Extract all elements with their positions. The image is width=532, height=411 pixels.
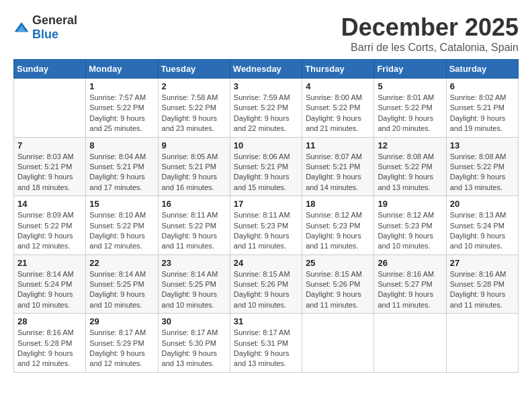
calendar-cell [374,314,446,373]
calendar-cell: 21Sunrise: 8:14 AM Sunset: 5:24 PM Dayli… [14,255,86,314]
day-info: Sunrise: 8:06 AM Sunset: 5:21 PM Dayligh… [234,152,298,193]
header-saturday: Saturday [446,60,518,79]
calendar-cell: 28Sunrise: 8:16 AM Sunset: 5:28 PM Dayli… [14,314,86,373]
week-row-3: 14Sunrise: 8:09 AM Sunset: 5:22 PM Dayli… [14,196,519,255]
day-number: 19 [378,199,442,209]
calendar-cell [446,314,518,373]
calendar-table: SundayMondayTuesdayWednesdayThursdayFrid… [13,59,519,373]
calendar-cell: 13Sunrise: 8:08 AM Sunset: 5:22 PM Dayli… [446,137,518,196]
calendar-cell: 14Sunrise: 8:09 AM Sunset: 5:22 PM Dayli… [14,196,86,255]
day-info: Sunrise: 8:17 AM Sunset: 5:29 PM Dayligh… [89,328,154,369]
calendar-cell: 22Sunrise: 8:14 AM Sunset: 5:25 PM Dayli… [86,255,158,314]
header-tuesday: Tuesday [158,60,230,79]
page-header: General Blue December 2025 Barri de les … [13,13,519,54]
calendar-cell: 15Sunrise: 8:10 AM Sunset: 5:22 PM Dayli… [86,196,158,255]
day-number: 12 [378,140,442,150]
week-row-1: 1Sunrise: 7:57 AM Sunset: 5:22 PM Daylig… [14,79,519,138]
day-info: Sunrise: 8:03 AM Sunset: 5:21 PM Dayligh… [17,152,82,193]
calendar-cell: 18Sunrise: 8:12 AM Sunset: 5:23 PM Dayli… [302,196,374,255]
calendar-cell: 20Sunrise: 8:13 AM Sunset: 5:24 PM Dayli… [446,196,518,255]
calendar-cell: 12Sunrise: 8:08 AM Sunset: 5:22 PM Dayli… [374,137,446,196]
logo-blue: Blue [32,28,58,41]
day-number: 9 [162,140,226,150]
calendar-cell [302,314,374,373]
calendar-cell: 4Sunrise: 8:00 AM Sunset: 5:22 PM Daylig… [302,79,374,138]
day-number: 1 [89,81,154,91]
day-number: 31 [234,316,298,326]
day-info: Sunrise: 8:12 AM Sunset: 5:23 PM Dayligh… [378,210,442,252]
calendar-cell: 25Sunrise: 8:15 AM Sunset: 5:26 PM Dayli… [302,255,374,314]
day-number: 3 [234,81,298,91]
day-number: 4 [306,81,370,91]
day-info: Sunrise: 8:17 AM Sunset: 5:31 PM Dayligh… [234,328,298,369]
day-info: Sunrise: 8:16 AM Sunset: 5:28 PM Dayligh… [450,269,515,311]
day-info: Sunrise: 8:11 AM Sunset: 5:23 PM Dayligh… [234,210,298,252]
day-number: 25 [306,258,370,268]
day-info: Sunrise: 8:15 AM Sunset: 5:26 PM Dayligh… [234,269,298,311]
day-number: 15 [89,199,154,209]
calendar-cell: 17Sunrise: 8:11 AM Sunset: 5:23 PM Dayli… [230,196,302,255]
day-info: Sunrise: 8:10 AM Sunset: 5:22 PM Dayligh… [89,210,154,252]
header-thursday: Thursday [302,60,374,79]
day-info: Sunrise: 8:09 AM Sunset: 5:22 PM Dayligh… [17,210,82,252]
header-sunday: Sunday [14,60,86,79]
calendar-cell: 26Sunrise: 8:16 AM Sunset: 5:27 PM Dayli… [374,255,446,314]
logo-general: General [32,13,77,27]
header-row: SundayMondayTuesdayWednesdayThursdayFrid… [14,60,519,79]
week-row-5: 28Sunrise: 8:16 AM Sunset: 5:28 PM Dayli… [14,314,519,373]
calendar-cell: 11Sunrise: 8:07 AM Sunset: 5:21 PM Dayli… [302,137,374,196]
day-info: Sunrise: 8:07 AM Sunset: 5:21 PM Dayligh… [306,152,370,193]
day-info: Sunrise: 8:14 AM Sunset: 5:24 PM Dayligh… [17,269,82,311]
logo: General Blue [13,13,77,42]
calendar-cell: 2Sunrise: 7:58 AM Sunset: 5:22 PM Daylig… [158,79,230,138]
logo-text: General Blue [32,13,77,42]
calendar-cell: 6Sunrise: 8:02 AM Sunset: 5:21 PM Daylig… [446,79,518,138]
day-info: Sunrise: 8:13 AM Sunset: 5:24 PM Dayligh… [450,210,515,252]
day-info: Sunrise: 8:02 AM Sunset: 5:21 PM Dayligh… [450,93,515,134]
day-info: Sunrise: 8:04 AM Sunset: 5:21 PM Dayligh… [89,152,154,193]
day-number: 26 [378,258,442,268]
calendar-cell: 27Sunrise: 8:16 AM Sunset: 5:28 PM Dayli… [446,255,518,314]
calendar-cell: 10Sunrise: 8:06 AM Sunset: 5:21 PM Dayli… [230,137,302,196]
calendar-cell: 29Sunrise: 8:17 AM Sunset: 5:29 PM Dayli… [86,314,158,373]
calendar-cell: 1Sunrise: 7:57 AM Sunset: 5:22 PM Daylig… [86,79,158,138]
day-number: 10 [234,140,298,150]
month-title: December 2025 [341,13,519,42]
day-info: Sunrise: 7:59 AM Sunset: 5:22 PM Dayligh… [234,93,298,134]
day-number: 6 [450,81,515,91]
day-number: 18 [306,199,370,209]
calendar-cell: 8Sunrise: 8:04 AM Sunset: 5:21 PM Daylig… [86,137,158,196]
calendar-cell: 3Sunrise: 7:59 AM Sunset: 5:22 PM Daylig… [230,79,302,138]
day-info: Sunrise: 8:14 AM Sunset: 5:25 PM Dayligh… [162,269,226,311]
day-number: 21 [17,258,82,268]
calendar-cell: 5Sunrise: 8:01 AM Sunset: 5:22 PM Daylig… [374,79,446,138]
day-number: 27 [450,258,515,268]
calendar-cell: 23Sunrise: 8:14 AM Sunset: 5:25 PM Dayli… [158,255,230,314]
day-number: 28 [17,316,82,326]
day-info: Sunrise: 8:05 AM Sunset: 5:21 PM Dayligh… [162,152,226,193]
day-info: Sunrise: 8:01 AM Sunset: 5:22 PM Dayligh… [378,93,442,134]
day-number: 8 [89,140,154,150]
day-info: Sunrise: 8:08 AM Sunset: 5:22 PM Dayligh… [378,152,442,193]
day-number: 30 [162,316,226,326]
day-number: 23 [162,258,226,268]
week-row-4: 21Sunrise: 8:14 AM Sunset: 5:24 PM Dayli… [14,255,519,314]
calendar-cell: 30Sunrise: 8:17 AM Sunset: 5:30 PM Dayli… [158,314,230,373]
logo-icon [13,21,30,34]
day-number: 16 [162,199,226,209]
day-info: Sunrise: 8:16 AM Sunset: 5:27 PM Dayligh… [378,269,442,311]
day-number: 11 [306,140,370,150]
calendar-cell: 19Sunrise: 8:12 AM Sunset: 5:23 PM Dayli… [374,196,446,255]
calendar-cell: 7Sunrise: 8:03 AM Sunset: 5:21 PM Daylig… [14,137,86,196]
day-info: Sunrise: 8:12 AM Sunset: 5:23 PM Dayligh… [306,210,370,252]
day-info: Sunrise: 7:57 AM Sunset: 5:22 PM Dayligh… [89,93,154,134]
calendar-cell: 24Sunrise: 8:15 AM Sunset: 5:26 PM Dayli… [230,255,302,314]
day-info: Sunrise: 8:11 AM Sunset: 5:22 PM Dayligh… [162,210,226,252]
day-info: Sunrise: 8:08 AM Sunset: 5:22 PM Dayligh… [450,152,515,193]
day-number: 7 [17,140,82,150]
header-wednesday: Wednesday [230,60,302,79]
day-info: Sunrise: 8:17 AM Sunset: 5:30 PM Dayligh… [162,328,226,369]
day-number: 14 [17,199,82,209]
calendar-cell: 31Sunrise: 8:17 AM Sunset: 5:31 PM Dayli… [230,314,302,373]
day-info: Sunrise: 8:14 AM Sunset: 5:25 PM Dayligh… [89,269,154,311]
